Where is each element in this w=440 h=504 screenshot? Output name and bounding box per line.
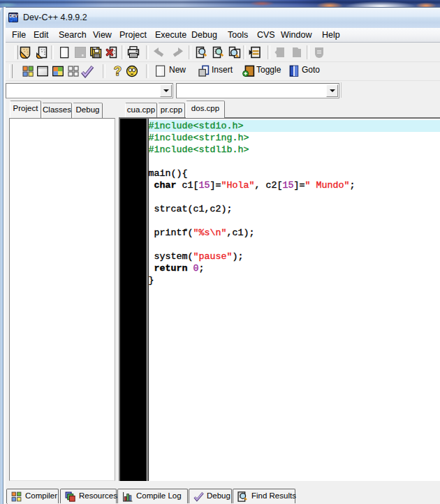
svg-text:?: ? (114, 64, 122, 78)
